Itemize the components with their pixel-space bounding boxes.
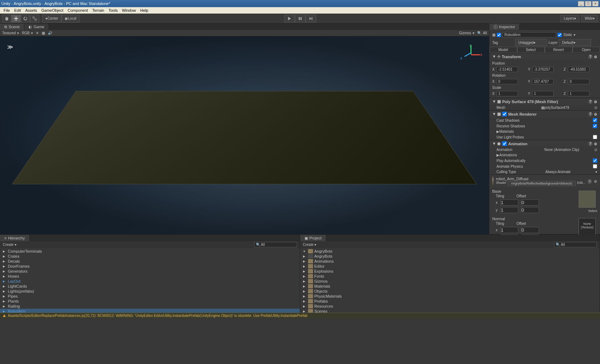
project-item[interactable]: ▶Objects — [300, 289, 600, 294]
hierarchy-item[interactable]: ▶Pipes — [0, 294, 300, 299]
gear-icon[interactable] — [594, 112, 597, 116]
materials-label[interactable]: Materials — [499, 130, 597, 133]
tab-inspector[interactable]: ⓘ Inspector — [489, 24, 520, 30]
edit-button[interactable]: Edit... — [577, 181, 585, 186]
mesh-value[interactable]: polySurface479 — [544, 106, 594, 110]
anim-value[interactable]: None (Animation Clip) — [544, 148, 594, 152]
gear-icon[interactable] — [594, 55, 597, 59]
receive-shadows-checkbox[interactable] — [593, 124, 597, 128]
help-icon[interactable] — [588, 112, 593, 116]
project-item[interactable]: ▼AngryBots — [300, 249, 600, 254]
project-item[interactable]: ▶Scenes — [300, 309, 600, 313]
play-button[interactable] — [284, 15, 295, 22]
rot-z-field[interactable] — [568, 79, 589, 84]
base-tile-y[interactable] — [500, 207, 518, 213]
scene-lighting-toggle[interactable]: ☀ — [36, 31, 39, 35]
scene-search[interactable]: 🔍 All — [477, 31, 487, 35]
scale-tool-button[interactable] — [30, 15, 39, 22]
render-mode-dropdown[interactable]: RGB ▾ — [22, 31, 33, 35]
gear-icon[interactable] — [594, 179, 597, 183]
project-search[interactable]: 🔍 All — [554, 242, 597, 247]
project-item[interactable]: ▶Animations — [300, 259, 600, 264]
project-item[interactable]: ▶PhysicMaterials — [300, 294, 600, 299]
menu-window[interactable]: Window — [120, 8, 138, 12]
layers-dropdown[interactable]: Layers ▾ — [560, 15, 579, 22]
pos-y-field[interactable] — [532, 67, 554, 72]
move-tool-button[interactable] — [11, 15, 21, 22]
menu-help[interactable]: Help — [138, 8, 151, 12]
help-icon[interactable] — [588, 99, 593, 104]
static-checkbox[interactable] — [558, 33, 562, 37]
project-item[interactable]: ▶Materials — [300, 284, 600, 289]
animations-label[interactable]: Animations — [499, 153, 597, 157]
project-item[interactable]: ▶Editor — [300, 264, 600, 269]
hierarchy-item[interactable]: ▶LayOut — [0, 279, 300, 284]
gameobject-name-field[interactable] — [503, 32, 556, 37]
tab-game[interactable]: ◐ Game — [24, 24, 49, 30]
hierarchy-item[interactable]: ▶DoorFrames — [0, 264, 300, 269]
orientation-gizmo[interactable]: y x z — [460, 44, 482, 65]
gear-icon[interactable] — [594, 142, 597, 146]
menu-component[interactable]: Component — [65, 8, 90, 12]
hierarchy-item[interactable]: ▶Generators — [0, 269, 300, 274]
console-statusbar[interactable]: Assets/Scripts/Editor/ReplacePrefabInsta… — [0, 313, 600, 318]
culling-dropdown[interactable]: Always Animate — [545, 170, 595, 174]
project-item[interactable]: ▶Gizmos — [300, 279, 600, 284]
prefab-open-button[interactable]: Open — [573, 47, 600, 53]
base-off-x[interactable] — [521, 199, 539, 206]
layer-dropdown[interactable]: Default ▾ — [559, 39, 591, 46]
close-button[interactable]: × — [592, 1, 599, 6]
project-item[interactable]: ▶Fonts — [300, 274, 600, 279]
help-icon[interactable] — [588, 54, 593, 59]
layout-dropdown[interactable]: Wide ▾ — [581, 15, 598, 22]
tab-scene[interactable]: ⧉ Scene — [0, 24, 24, 30]
normal-tile-x[interactable] — [500, 227, 518, 233]
maximize-button[interactable]: □ — [585, 1, 591, 6]
hierarchy-item[interactable]: ▶Lights(prefabs) — [0, 289, 300, 294]
rot-x-field[interactable] — [496, 79, 518, 84]
scene-audio-toggle[interactable]: 🔊 — [48, 31, 52, 35]
mesh-picker-icon[interactable]: ▦ — [541, 106, 544, 110]
project-item[interactable]: ▶Resources — [300, 304, 600, 309]
base-off-y[interactable] — [521, 207, 539, 213]
gizmos-dropdown[interactable]: Gizmos ▾ — [459, 31, 474, 35]
help-icon[interactable] — [588, 179, 592, 184]
pos-x-field[interactable] — [496, 67, 518, 72]
hierarchy-item[interactable]: ▶ComputerTerminals — [0, 249, 300, 254]
menu-terrain[interactable]: Terrain — [90, 8, 106, 12]
animate-physics-checkbox[interactable] — [593, 164, 597, 168]
hierarchy-item[interactable]: ▶Hoses — [0, 274, 300, 279]
hierarchy-item[interactable]: ▶RobotArm — [0, 309, 300, 313]
minimize-button[interactable]: _ — [578, 1, 584, 6]
rot-y-field[interactable] — [532, 79, 554, 84]
hierarchy-search[interactable]: 🔍 All — [254, 242, 297, 247]
menu-file[interactable]: File — [1, 8, 12, 12]
light-probes-checkbox[interactable] — [593, 135, 597, 139]
base-tile-x[interactable] — [500, 199, 518, 206]
menu-gameobject[interactable]: GameObject — [39, 8, 66, 12]
scl-x-field[interactable] — [496, 91, 518, 96]
scene-fx-toggle[interactable]: ▦ — [42, 31, 45, 35]
help-icon[interactable] — [588, 141, 593, 146]
scl-y-field[interactable] — [532, 91, 554, 96]
pivot-local-button[interactable]: ◉ Local — [61, 15, 80, 22]
meshrenderer-enabled[interactable] — [502, 112, 507, 116]
cast-shadows-checkbox[interactable] — [593, 118, 597, 122]
normal-texture-slot[interactable]: None (Texture) — [579, 218, 596, 235]
pause-button[interactable] — [295, 15, 306, 22]
normal-off-x[interactable] — [521, 227, 539, 233]
pivot-center-button[interactable]: ● Center — [42, 15, 61, 22]
project-create-button[interactable]: Create ▾ — [303, 243, 317, 247]
menu-edit[interactable]: Edit — [12, 8, 23, 12]
hierarchy-item[interactable]: ▶Plants — [0, 299, 300, 304]
animation-enabled[interactable] — [502, 141, 507, 146]
hierarchy-item[interactable]: ▶LightCards — [0, 284, 300, 289]
hand-tool-button[interactable] — [2, 15, 11, 22]
scene-viewport[interactable]: ≫ y x z — [0, 36, 489, 234]
tab-hierarchy[interactable]: ≡ Hierarchy — [0, 235, 30, 241]
prefab-select-button[interactable]: Select — [517, 47, 545, 53]
menu-tools[interactable]: Tools — [106, 8, 120, 12]
project-item[interactable]: ▶Explosions — [300, 269, 600, 274]
hierarchy-create-button[interactable]: Create ▾ — [3, 243, 16, 247]
tag-dropdown[interactable]: Untagged ▾ — [515, 39, 547, 46]
